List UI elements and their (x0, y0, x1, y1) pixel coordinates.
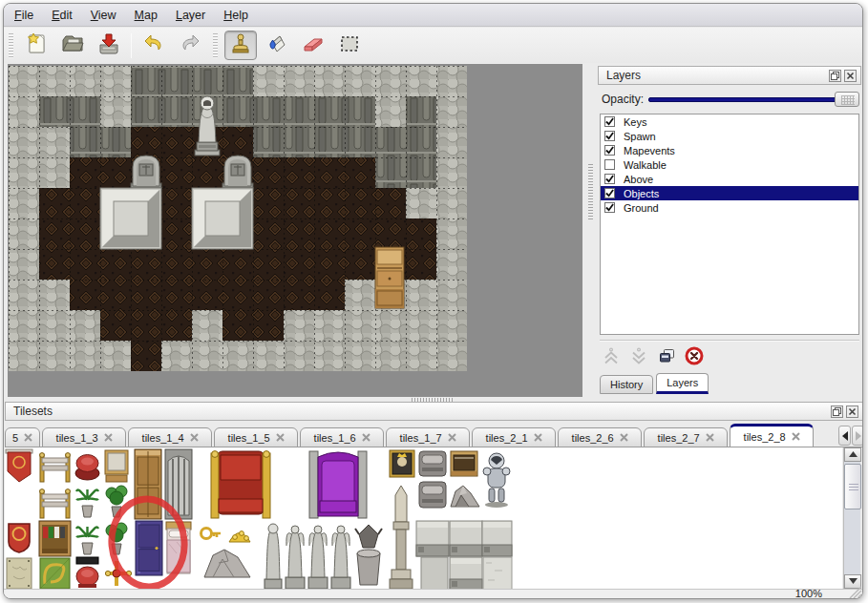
scrollbar-handle[interactable] (844, 464, 861, 509)
resize-grip-icon[interactable] (849, 586, 862, 599)
tileset-tab-tiles_1_7[interactable]: tiles_1_7 (386, 427, 470, 447)
map-viewport[interactable] (8, 64, 582, 397)
redo-button[interactable] (174, 31, 206, 60)
layer-list[interactable]: KeysSpawnMapeventsWalkableAboveObjectsGr… (600, 114, 859, 335)
tileset-tile-concrete-tile (482, 521, 512, 556)
layer-row-walkable[interactable]: Walkable (601, 157, 858, 172)
menu-file[interactable]: File (14, 9, 33, 22)
tileset-tile-bookshelf (39, 521, 71, 556)
tilesets-panel-title: Tilesets (13, 405, 828, 418)
tileset-tab-tiles_2_6[interactable]: tiles_2_6 (558, 427, 642, 447)
opacity-label: Opacity: (602, 93, 644, 106)
duplicate-layer-button[interactable] (657, 346, 676, 365)
tab-close-icon[interactable] (792, 431, 800, 443)
layer-row-mapevents[interactable]: Mapevents (601, 143, 858, 157)
dock-tab-bar: HistoryLayers (600, 371, 859, 394)
menu-help[interactable]: Help (223, 9, 248, 22)
tileset-tile-angel-statue (286, 526, 305, 589)
tileset-tab-tiles_2_7[interactable]: tiles_2_7 (644, 427, 728, 447)
opacity-slider-track[interactable] (648, 97, 855, 102)
tab-close-icon[interactable] (24, 432, 32, 444)
map-cabinet (375, 247, 404, 308)
raise-layer-button[interactable] (602, 346, 621, 365)
tab-scroll-right-button[interactable] (852, 426, 863, 446)
layer-checkbox[interactable] (604, 202, 615, 213)
menu-map[interactable]: Map (135, 9, 158, 22)
tileset-tab-tiles_2_1[interactable]: tiles_2_1 (472, 427, 556, 447)
layer-dock-buttons (602, 344, 859, 367)
menu-view[interactable]: View (91, 9, 116, 22)
tab-label: tiles_2_8 (744, 431, 786, 443)
tileset-tile-loom (40, 489, 71, 518)
opacity-slider-handle[interactable] (835, 92, 859, 107)
layer-checkbox[interactable] (604, 174, 615, 184)
dock-tab-layers[interactable]: Layers (656, 373, 709, 394)
dock-tab-history[interactable]: History (600, 375, 653, 394)
select-tool-button[interactable] (333, 31, 366, 60)
vertical-splitter[interactable] (582, 64, 598, 397)
tab-close-icon[interactable] (706, 432, 714, 444)
open-button[interactable] (56, 31, 89, 60)
tileset-tab-tiles_1_6[interactable]: tiles_1_6 (300, 427, 384, 447)
undo-button[interactable] (138, 31, 170, 60)
save-button[interactable] (93, 31, 125, 60)
map-canvas[interactable] (9, 66, 467, 375)
new-file-icon (24, 31, 49, 60)
tileset-tile-crate-wood (451, 451, 477, 476)
delete-layer-button[interactable] (685, 346, 704, 365)
tileset-tile-banner-green (40, 558, 70, 589)
tileset-scrollbar[interactable] (843, 447, 860, 589)
tab-close-icon[interactable] (276, 432, 285, 444)
splitter-grip[interactable] (588, 164, 593, 219)
close-panel-icon[interactable] (846, 405, 858, 418)
tab-close-icon[interactable] (362, 432, 370, 444)
tab-scroll-left-button[interactable] (838, 426, 851, 446)
layer-row-ground[interactable]: Ground (601, 200, 858, 215)
layer-checkbox[interactable] (604, 188, 615, 198)
menu-edit[interactable]: Edit (52, 9, 73, 22)
close-panel-icon[interactable] (844, 70, 857, 82)
toolbar-grip[interactable] (9, 33, 13, 58)
tab-close-icon[interactable] (448, 432, 456, 444)
tileset-tile-stone-slab (419, 482, 446, 508)
menu-bar: File Edit View Map Layer Help (4, 4, 862, 27)
open-folder-icon (60, 31, 85, 60)
tab-close-icon[interactable] (104, 432, 113, 444)
tileset-tile-throne-purple (309, 451, 367, 518)
toolbar-grip[interactable] (213, 33, 218, 58)
tileset-tab-tiles_1_3[interactable]: tiles_1_3 (42, 427, 126, 447)
stamp-tool-button[interactable] (224, 31, 257, 60)
tileset-tab-tiles_1_4[interactable]: tiles_1_4 (128, 427, 212, 447)
fill-tool-button[interactable] (261, 31, 293, 60)
layer-checkbox[interactable] (604, 145, 615, 156)
divider (600, 340, 859, 342)
tileset-tab-5[interactable]: 5 (5, 427, 40, 447)
layer-row-spawn[interactable]: Spawn (601, 129, 858, 143)
scroll-up-button[interactable] (844, 447, 861, 462)
tileset-content[interactable] (5, 447, 842, 589)
undo-icon (141, 31, 166, 60)
float-panel-icon[interactable] (829, 70, 841, 82)
eraser-tool-button[interactable] (297, 31, 329, 60)
tab-close-icon[interactable] (190, 432, 199, 444)
new-file-button[interactable] (20, 31, 53, 60)
tileset-tab-tiles_1_5[interactable]: tiles_1_5 (214, 427, 298, 447)
tab-close-icon[interactable] (534, 432, 542, 444)
eraser-tool-icon (301, 31, 326, 60)
layer-checkbox[interactable] (604, 159, 615, 170)
tileset-tile-door-wood (135, 449, 161, 519)
opacity-slider[interactable] (648, 91, 859, 108)
layer-name: Ground (624, 202, 659, 214)
tab-label: tiles_1_5 (228, 432, 270, 444)
layer-row-objects[interactable]: Objects (601, 186, 858, 200)
float-panel-icon[interactable] (831, 405, 843, 418)
tileset-tab-tiles_2_8[interactable]: tiles_2_8 (730, 424, 814, 447)
tab-close-icon[interactable] (620, 432, 628, 444)
lower-layer-button[interactable] (629, 346, 648, 365)
layer-row-keys[interactable]: Keys (601, 114, 858, 129)
tileset-tile-gold-pile (229, 531, 250, 542)
layer-row-above[interactable]: Above (601, 172, 858, 186)
layer-checkbox[interactable] (604, 131, 615, 141)
menu-layer[interactable]: Layer (176, 9, 205, 22)
layer-checkbox[interactable] (604, 116, 615, 127)
